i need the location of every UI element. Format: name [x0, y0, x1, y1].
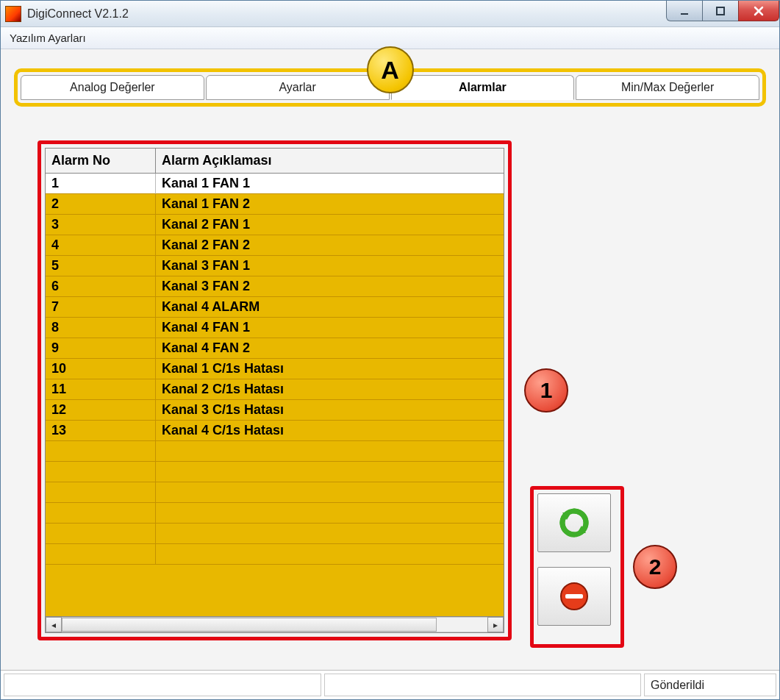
table-row-empty	[46, 462, 504, 482]
tab-alarms[interactable]: Alarmlar	[391, 75, 575, 100]
cell-empty	[46, 524, 156, 544]
cell-alarm-desc: Kanal 4 FAN 1	[156, 318, 504, 338]
table-row-empty	[46, 482, 504, 503]
cell-alarm-desc: Kanal 3 FAN 2	[156, 276, 504, 297]
annotation-A: A	[367, 46, 414, 93]
scroll-left-button[interactable]: ◂	[46, 617, 62, 632]
clear-button[interactable]	[537, 567, 611, 626]
svg-rect-5	[565, 594, 583, 599]
annotation-1: 1	[524, 368, 568, 413]
cell-empty	[46, 441, 156, 462]
cell-alarm-desc: Kanal 1 C/1s Hatası	[156, 359, 504, 379]
cell-alarm-desc: Kanal 2 FAN 1	[156, 215, 504, 235]
scrollbar-track[interactable]	[62, 617, 487, 632]
close-button[interactable]	[738, 1, 779, 21]
titlebar: DigiConnect V2.1.2	[1, 1, 779, 27]
refresh-icon	[557, 505, 592, 540]
maximize-icon	[715, 6, 726, 16]
cell-alarm-no: 11	[46, 379, 156, 400]
cell-empty	[46, 544, 156, 565]
table-row-empty	[46, 524, 504, 544]
cell-empty	[156, 482, 504, 503]
cell-alarm-desc: Kanal 2 FAN 2	[156, 235, 504, 256]
cell-alarm-desc: Kanal 2 C/1s Hatası	[156, 379, 504, 400]
cell-alarm-no: 1	[46, 174, 156, 194]
tab-settings[interactable]: Ayarlar	[206, 75, 390, 100]
horizontal-scrollbar[interactable]: ◂ ▸	[46, 616, 504, 632]
cell-alarm-no: 5	[46, 256, 156, 276]
menu-software-settings[interactable]: Yazılım Ayarları	[4, 29, 92, 47]
cell-empty	[156, 544, 504, 565]
table-row[interactable]: 12Kanal 3 C/1s Hatası	[46, 400, 504, 421]
cell-alarm-desc: Kanal 1 FAN 1	[156, 174, 504, 194]
table-row-empty	[46, 441, 504, 462]
cell-alarm-no: 10	[46, 359, 156, 379]
status-cell-middle	[324, 674, 642, 696]
cell-alarm-no: 8	[46, 318, 156, 338]
cell-alarm-desc: Kanal 4 ALARM	[156, 297, 504, 318]
cell-alarm-no: 6	[46, 276, 156, 297]
table-row[interactable]: 5Kanal 3 FAN 1	[46, 256, 504, 276]
table-body: 1Kanal 1 FAN 12Kanal 1 FAN 23Kanal 2 FAN…	[46, 174, 504, 616]
side-button-group	[537, 493, 617, 626]
alarms-table: Alarm No Alarm Açıklaması 1Kanal 1 FAN 1…	[45, 148, 504, 633]
app-icon	[5, 6, 21, 22]
minimize-icon	[679, 6, 690, 16]
cell-alarm-no: 4	[46, 235, 156, 256]
table-row[interactable]: 7Kanal 4 ALARM	[46, 297, 504, 318]
column-header-alarm-no[interactable]: Alarm No	[46, 149, 156, 173]
cell-empty	[156, 462, 504, 482]
window-controls	[667, 1, 779, 21]
table-row[interactable]: 1Kanal 1 FAN 1	[46, 174, 504, 194]
triangle-right-icon: ▸	[493, 620, 498, 630]
table-row[interactable]: 9Kanal 4 FAN 2	[46, 338, 504, 359]
cell-empty	[46, 462, 156, 482]
triangle-left-icon: ◂	[51, 620, 56, 630]
cell-alarm-desc: Kanal 3 FAN 1	[156, 256, 504, 276]
cell-empty	[46, 503, 156, 524]
cell-alarm-no: 12	[46, 400, 156, 421]
table-row[interactable]: 13Kanal 4 C/1s Hatası	[46, 421, 504, 441]
cell-alarm-desc: Kanal 4 FAN 2	[156, 338, 504, 359]
table-row[interactable]: 2Kanal 1 FAN 2	[46, 194, 504, 215]
cell-empty	[156, 441, 504, 462]
minimize-button[interactable]	[666, 1, 703, 21]
maximize-button[interactable]	[702, 1, 739, 21]
cell-empty	[46, 482, 156, 503]
table-row[interactable]: 4Kanal 2 FAN 2	[46, 235, 504, 256]
scrollbar-thumb[interactable]	[62, 618, 437, 632]
table-row[interactable]: 10Kanal 1 C/1s Hatası	[46, 359, 504, 379]
cell-alarm-no: 2	[46, 194, 156, 215]
table-row[interactable]: 8Kanal 4 FAN 1	[46, 318, 504, 338]
statusbar: Gönderildi	[1, 670, 779, 699]
cell-empty	[156, 524, 504, 544]
app-window: DigiConnect V2.1.2 Yazılım Ayarları A An…	[0, 0, 780, 700]
cell-alarm-no: 7	[46, 297, 156, 318]
tab-minmax-values[interactable]: Min/Max Değerler	[576, 75, 759, 100]
scroll-right-button[interactable]: ▸	[487, 617, 504, 632]
table-row[interactable]: 11Kanal 2 C/1s Hatası	[46, 379, 504, 400]
refresh-button[interactable]	[537, 493, 611, 552]
cell-alarm-no: 9	[46, 338, 156, 359]
table-row-empty	[46, 503, 504, 524]
table-row[interactable]: 3Kanal 2 FAN 1	[46, 215, 504, 235]
svg-rect-0	[681, 13, 688, 15]
table-header-row: Alarm No Alarm Açıklaması	[46, 149, 504, 174]
cell-empty	[156, 503, 504, 524]
svg-rect-1	[717, 7, 724, 15]
cell-alarm-no: 3	[46, 215, 156, 235]
table-row-empty	[46, 544, 504, 565]
cell-alarm-desc: Kanal 1 FAN 2	[156, 194, 504, 215]
cell-alarm-desc: Kanal 3 C/1s Hatası	[156, 400, 504, 421]
cell-alarm-no: 13	[46, 421, 156, 441]
stop-icon	[557, 579, 592, 614]
column-header-alarm-desc[interactable]: Alarm Açıklaması	[156, 149, 504, 173]
cell-alarm-desc: Kanal 4 C/1s Hatası	[156, 421, 504, 441]
window-title: DigiConnect V2.1.2	[27, 7, 129, 21]
close-icon	[753, 5, 765, 17]
status-cell-left	[4, 674, 321, 696]
annotation-2: 2	[633, 545, 677, 589]
tab-analog-values[interactable]: Analog Değerler	[21, 75, 204, 100]
table-row[interactable]: 6Kanal 3 FAN 2	[46, 276, 504, 297]
status-cell-right: Gönderildi	[644, 674, 776, 696]
